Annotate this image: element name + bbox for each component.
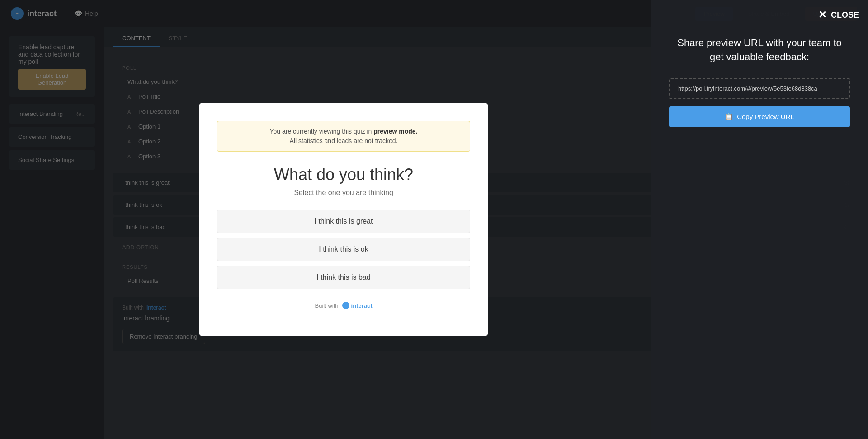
interact-logo-dot	[342, 302, 349, 309]
preview-modal: You are currently viewing this quiz in p…	[199, 103, 488, 336]
share-panel: Share preview URL with your team to get …	[651, 0, 868, 439]
poll-modal-title: What do you think?	[217, 165, 470, 184]
share-panel-title: Share preview URL with your team to get …	[669, 36, 850, 64]
banner-sub: All statistics and leads are not tracked…	[290, 137, 398, 144]
banner-text: You are currently viewing this quiz in	[269, 128, 372, 135]
poll-option-bad[interactable]: I think this is bad	[217, 266, 470, 289]
close-label: CLOSE	[831, 10, 859, 20]
modal-interact-brand: interact	[342, 302, 373, 309]
banner-mode: preview mode.	[373, 128, 417, 135]
close-button[interactable]: ✕ CLOSE	[818, 9, 859, 21]
close-x-icon: ✕	[818, 9, 826, 21]
poll-option-great[interactable]: I think this is great	[217, 210, 470, 233]
interact-brand-text: interact	[351, 302, 373, 309]
poll-modal-subtitle: Select the one you are thinking	[217, 189, 470, 197]
modal-built-with: Built with interact	[217, 302, 470, 309]
preview-url-box: https://poll.tryinteract.com/#/preview/5…	[669, 78, 850, 99]
modal-built-with-text: Built with	[315, 302, 339, 309]
poll-option-ok[interactable]: I think this is ok	[217, 238, 470, 261]
copy-btn-label: Copy Preview URL	[737, 113, 794, 120]
copy-icon: 📋	[725, 113, 733, 121]
copy-preview-url-button[interactable]: 📋 Copy Preview URL	[669, 106, 850, 127]
preview-banner: You are currently viewing this quiz in p…	[217, 121, 470, 152]
